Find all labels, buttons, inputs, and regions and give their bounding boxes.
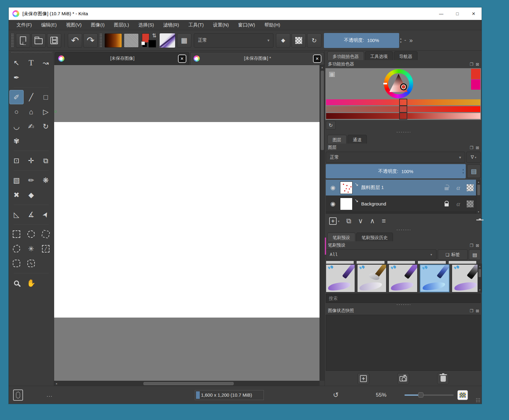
docker-resize-grip[interactable] [396,131,410,133]
layer-alpha-lock-toggle[interactable]: α [452,184,464,192]
add-layer-button[interactable]: + ▾ [329,217,339,225]
brush-preset-tile-selected[interactable] [420,264,450,292]
hue-slider-handle[interactable] [399,99,407,106]
spin-up-icon[interactable]: ▴ [462,168,464,171]
layer-view-options-button[interactable]: ▤ [467,164,481,178]
brush-search-input[interactable] [326,294,481,303]
duplicate-layer-button[interactable]: ⧉ [346,217,351,225]
menu-view[interactable]: 视图(V) [61,20,86,30]
remove-snapshot-button[interactable] [437,373,449,384]
canvas[interactable] [54,122,320,318]
layer-opacity-slider[interactable]: 不透明度: 100% ▴ ▾ [326,164,466,178]
fg-bg-color-selector[interactable]: ⇅ [141,33,157,48]
create-snapshot-button[interactable]: + [357,373,369,384]
tool-ellipse-select[interactable] [24,227,38,241]
tool-freehand-path[interactable]: ✍ [24,119,38,134]
tab-close-button[interactable]: ✕ [178,54,186,63]
menu-window[interactable]: 窗口(W) [233,20,259,30]
float-docker-icon[interactable]: ❐ [469,62,473,67]
layer-list-scrollbar[interactable]: ▴ ▾ [476,180,481,214]
presets-display-options-button[interactable]: ▤ [469,249,481,260]
tool-line[interactable]: ╱ [24,90,38,104]
layer-style-icon[interactable]: ↘ [353,180,361,187]
tool-color-sampler[interactable]: ✏ [24,173,38,187]
layer-inherit-alpha-toggle[interactable] [464,184,476,191]
menu-select[interactable]: 选择(S) [134,20,159,30]
tool-freehand-brush[interactable]: ✐ [9,90,24,104]
tab-overview[interactable]: 导航器 [394,51,418,60]
reload-preset-button[interactable]: ↻ [307,33,321,48]
tool-rectangle[interactable]: □ [39,90,53,104]
scroll-down-icon[interactable]: ▾ [478,288,482,292]
toolbar-overflow-icon[interactable]: » [409,37,413,44]
color-selector-handle[interactable] [400,83,407,90]
blend-mode-combo[interactable]: 正常 ▾ [194,33,273,48]
workspace-chooser-button[interactable]: ▦ [177,33,191,48]
redo-button[interactable]: ↷ [83,33,98,48]
toolbar-drag-handle[interactable] [11,33,14,48]
layer-visibility-icon[interactable]: ◉ [326,184,340,191]
tab-tool-options[interactable]: 工具选项 [365,51,393,60]
picker-settings-icon[interactable]: ▤ [329,72,335,77]
layer-thumbnail[interactable] [340,198,353,210]
layer-alpha-lock-toggle[interactable]: α [452,200,464,208]
menu-edit[interactable]: 编辑(E) [36,20,61,30]
layer-blend-mode-combo[interactable]: 正常 ▾ [326,152,465,163]
brush-preset-tile[interactable] [452,264,481,292]
tool-select-shapes[interactable]: ↖ [9,56,24,70]
toolbar-opacity-slider[interactable]: 不透明度: 100% [324,33,399,48]
canvas-only-mode-button[interactable] [457,390,468,400]
scroll-up-icon[interactable]: ▴ [476,180,481,184]
tool-zoom[interactable] [9,276,24,290]
gradient-chooser-button[interactable] [105,33,122,48]
tool-freehand-select[interactable] [9,242,24,256]
selection-mode-button[interactable] [13,389,23,401]
layer-visibility-icon[interactable]: ◉ [326,200,340,207]
window-resize-grip[interactable] [476,398,480,403]
tab-close-button[interactable]: ✕ [313,54,321,63]
scroll-up-icon[interactable]: ▴ [320,65,325,69]
saturation-slider[interactable] [326,106,480,112]
eraser-mode-button[interactable]: ◆ [276,33,290,48]
new-document-button[interactable] [16,33,30,48]
background-color-swatch[interactable] [148,40,156,48]
maximize-button[interactable]: □ [449,7,465,20]
history-swatch-red[interactable] [471,69,480,79]
move-layer-up-button[interactable]: ∧ [370,217,375,225]
tool-colorize-mask[interactable]: ✖ [9,188,24,202]
layer-row-background[interactable]: ◉ ↘ Background α [326,196,476,212]
saturation-value-triangle[interactable] [389,73,409,93]
horizontal-scrollbar[interactable]: ◂ [54,381,320,386]
layer-lock-toggle[interactable] [441,201,452,206]
tool-similar-color-select[interactable]: ╱ [39,242,53,256]
close-button[interactable]: ✕ [465,7,482,20]
update-color-button[interactable]: ↻ [326,121,336,130]
tool-bezier-curve[interactable]: ◡ [9,119,24,134]
toolbox-drag-handle[interactable] [11,52,51,54]
menu-file[interactable]: 文件(F) [12,20,36,30]
history-swatch-magenta[interactable] [471,79,480,90]
layer-properties-button[interactable]: ≡ [382,217,386,225]
tab-layers[interactable]: 图层 [327,135,347,144]
brush-preset-tile[interactable] [326,264,355,292]
tab-advanced-color-selector[interactable]: 多功能拾色器 [327,51,364,60]
opacity-spinner[interactable]: ▴ ▾ [400,37,402,44]
brush-preset-tile[interactable] [389,264,418,292]
layer-opacity-spinner[interactable]: ▴ ▾ [462,164,464,178]
tool-transform[interactable]: ⊡ [9,153,24,168]
layer-name[interactable]: Background [361,201,441,206]
undo-button[interactable]: ↶ [68,33,82,48]
spin-up-icon[interactable]: ▴ [400,37,402,40]
zoom-slider-handle[interactable] [418,392,423,398]
tool-ellipse[interactable]: ○ [9,105,24,119]
tool-dynamic-brush[interactable]: ↻ [39,119,53,134]
vertical-scrollbar[interactable]: ▴ [320,65,325,381]
layer-style-icon[interactable]: ↘ [353,196,361,203]
hue-slider[interactable] [326,99,480,105]
open-document-button[interactable] [31,33,46,48]
value-slider-handle[interactable] [399,112,407,120]
tag-button[interactable]: ❏ 标签 [438,249,468,260]
layer-name[interactable]: 颜料图层 1 [361,185,441,191]
blend-mode-filter-button[interactable]: ∇ ▾ [466,152,481,163]
tool-magnetic-select[interactable]: ∿ [24,256,38,271]
